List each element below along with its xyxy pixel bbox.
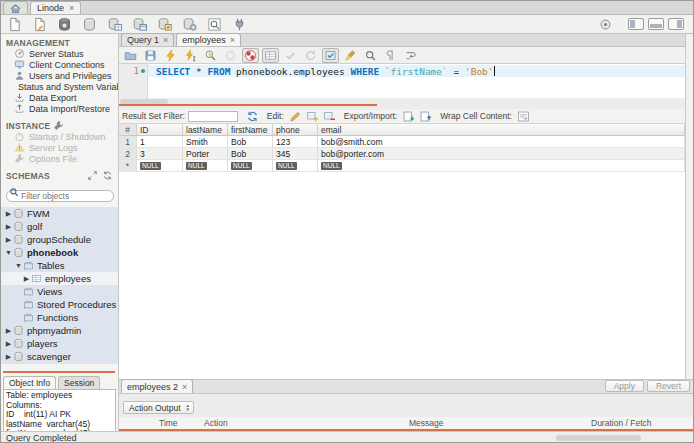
- tree-item-scavenger[interactable]: ▶scavenger: [1, 350, 118, 363]
- explain-icon[interactable]: [202, 48, 219, 63]
- close-icon[interactable]: ×: [69, 3, 74, 13]
- result-grid-empty-area[interactable]: [119, 172, 685, 379]
- grid-cell[interactable]: NULL: [273, 160, 318, 172]
- sidebar-item-status-variables[interactable]: Status and System Variables: [1, 81, 118, 92]
- wrap-cell-content-icon[interactable]: [517, 110, 530, 123]
- tree-item-views[interactable]: ▶Views: [1, 285, 118, 298]
- tree-item-tables[interactable]: ▼Tables: [1, 259, 118, 272]
- scrollbar-thumb[interactable]: [120, 99, 168, 104]
- create-view-icon[interactable]: [106, 17, 123, 32]
- create-procedure-icon[interactable]: [131, 17, 148, 32]
- wrap-text-toggle[interactable]: [402, 48, 419, 63]
- tab-object-info[interactable]: Object Info: [3, 376, 56, 389]
- sidebar-item-startup-shutdown[interactable]: Startup / Shutdown: [1, 131, 118, 142]
- expand-schemas-icon[interactable]: [87, 170, 98, 181]
- refresh-schemas-icon[interactable]: [102, 170, 113, 181]
- output-column-action[interactable]: Action: [204, 418, 409, 428]
- reconnect-dbms-icon[interactable]: [231, 17, 248, 32]
- save-script-icon[interactable]: [142, 48, 159, 63]
- tree-item-employees[interactable]: ▶employees: [1, 272, 118, 285]
- right-panel-collapsed-splitter[interactable]: [685, 34, 694, 379]
- chevron-right-icon[interactable]: ▶: [4, 353, 13, 361]
- sql-editor[interactable]: 1 SELECT * FROM phonebook.employees WHER…: [119, 64, 685, 98]
- revert-button[interactable]: Revert: [647, 380, 690, 392]
- output-column-duration[interactable]: Duration / Fetch: [591, 418, 694, 428]
- toggle-bottom-panel-button[interactable]: [648, 18, 664, 30]
- open-sql-script-icon[interactable]: [31, 17, 48, 32]
- tree-item-stored-procedures[interactable]: ▶Stored Procedures: [1, 298, 118, 311]
- search-table-data-icon[interactable]: [206, 17, 223, 32]
- create-schema-icon[interactable]: [56, 17, 73, 32]
- grid-cell[interactable]: 123: [273, 136, 318, 148]
- column-header-phone[interactable]: phone: [273, 124, 318, 136]
- grid-cell[interactable]: NULL: [137, 160, 183, 172]
- row-number-cell[interactable]: 1: [119, 136, 137, 148]
- tab-result-employees-2[interactable]: employees 2×: [121, 379, 193, 393]
- schema-filter-input[interactable]: [6, 190, 114, 202]
- insert-record-icon[interactable]: [306, 110, 319, 123]
- grid-cell[interactable]: bob@porter.com: [318, 148, 685, 160]
- invisible-characters-toggle[interactable]: [382, 48, 399, 63]
- toggle-left-panel-button[interactable]: [628, 18, 644, 30]
- close-icon[interactable]: ×: [182, 382, 187, 392]
- grid-cell[interactable]: Bob: [228, 136, 273, 148]
- grid-cell[interactable]: Bob: [228, 148, 273, 160]
- result-set-filter-input[interactable]: [188, 111, 238, 122]
- column-header-lastname[interactable]: lastName: [183, 124, 228, 136]
- delete-record-icon[interactable]: [323, 110, 336, 123]
- tree-item-phonebook[interactable]: ▼phonebook: [1, 246, 118, 259]
- import-recordset-icon[interactable]: [419, 110, 432, 123]
- row-number-cell[interactable]: *: [119, 160, 137, 172]
- autocommit-toggle[interactable]: [322, 48, 339, 63]
- beautify-icon[interactable]: [342, 48, 359, 63]
- chevron-right-icon[interactable]: ▶: [4, 327, 13, 335]
- execute-current-statement-icon[interactable]: [182, 48, 199, 63]
- open-script-icon[interactable]: [122, 48, 139, 63]
- chevron-down-icon[interactable]: ▼: [4, 249, 13, 256]
- sidebar-item-data-export[interactable]: Data Export: [1, 92, 118, 103]
- sidebar-item-server-status[interactable]: Server Status: [1, 48, 118, 59]
- column-header-email[interactable]: email: [318, 124, 685, 136]
- tree-item-functions[interactable]: ▶Functions: [1, 311, 118, 324]
- row-number-cell[interactable]: 2: [119, 148, 137, 160]
- chevron-right-icon[interactable]: ▶: [22, 275, 31, 283]
- sidebar-item-options-file[interactable]: Options File: [1, 153, 118, 164]
- column-header-id[interactable]: ID: [137, 124, 183, 136]
- column-header-rownum[interactable]: #: [119, 124, 137, 136]
- grid-cell[interactable]: 3: [137, 148, 183, 160]
- instance-config-icon[interactable]: [53, 120, 64, 131]
- create-event-icon[interactable]: [181, 17, 198, 32]
- grid-cell[interactable]: bob@smith.com: [318, 136, 685, 148]
- create-function-icon[interactable]: [156, 17, 173, 32]
- hscrollbar-thumb[interactable]: [556, 435, 641, 441]
- find-icon[interactable]: [362, 48, 379, 63]
- chevron-right-icon[interactable]: ▶: [4, 236, 13, 244]
- grid-cell[interactable]: Porter: [183, 148, 228, 160]
- sql-code-line[interactable]: SELECT * FROM phonebook.employees WHERE …: [148, 65, 685, 77]
- limit-rows-icon[interactable]: [262, 48, 279, 63]
- tab-employees[interactable]: employees×: [176, 33, 241, 46]
- chevron-right-icon[interactable]: ▶: [4, 210, 13, 218]
- column-header-firstname[interactable]: firstName: [228, 124, 273, 136]
- refresh-icon[interactable]: [246, 110, 259, 123]
- toggle-right-panel-button[interactable]: [668, 18, 684, 30]
- close-icon[interactable]: ×: [230, 35, 235, 45]
- output-column-time[interactable]: Time: [159, 418, 204, 428]
- export-recordset-icon[interactable]: [402, 110, 415, 123]
- stop-on-error-toggle[interactable]: [242, 48, 259, 63]
- sidebar-item-data-import[interactable]: Data Import/Restore: [1, 103, 118, 114]
- sidebar-item-client-connections[interactable]: Client Connections: [1, 59, 118, 70]
- grid-cell[interactable]: NULL: [228, 160, 273, 172]
- sidebar-item-server-logs[interactable]: Server Logs: [1, 142, 118, 153]
- close-icon[interactable]: ×: [163, 35, 168, 45]
- grid-cell[interactable]: 345: [273, 148, 318, 160]
- output-column-message[interactable]: Message: [409, 418, 591, 428]
- tree-item-fwm[interactable]: ▶FWM: [1, 207, 118, 220]
- home-tab[interactable]: [3, 1, 28, 14]
- grid-cell[interactable]: NULL: [183, 160, 228, 172]
- grid-cell[interactable]: NULL: [318, 160, 685, 172]
- sidebar-item-users-privileges[interactable]: Users and Privileges: [1, 70, 118, 81]
- tree-item-players[interactable]: ▶players: [1, 337, 118, 350]
- execute-icon[interactable]: [162, 48, 179, 63]
- apply-button[interactable]: Apply: [605, 380, 644, 392]
